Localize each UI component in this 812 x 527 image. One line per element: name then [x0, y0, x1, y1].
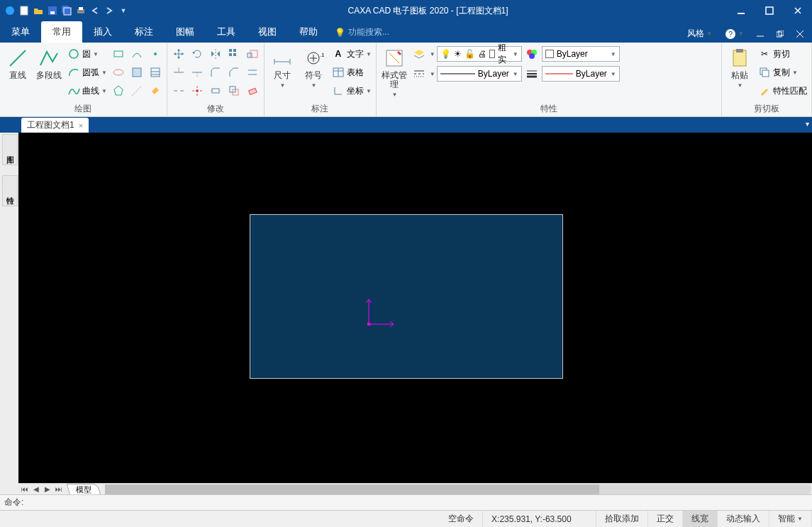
extend-icon[interactable]	[189, 64, 206, 81]
mdi-close-icon[interactable]	[792, 28, 808, 40]
ellipse-icon[interactable]	[110, 64, 127, 81]
minimize-button[interactable]	[727, 0, 755, 21]
properties-panel-button[interactable]: 特性	[2, 175, 18, 206]
tab-annotate[interactable]: 标注	[123, 21, 165, 43]
stretch-icon[interactable]	[207, 82, 224, 99]
layer-combo[interactable]: 💡 ☀ 🔓 🖨 粗实 ▼	[437, 46, 522, 62]
polyline-button[interactable]: 多段线	[34, 45, 64, 82]
svg-rect-78	[762, 70, 769, 77]
curve-button[interactable]: 曲线▼	[65, 82, 109, 99]
lineweight-manager-icon[interactable]	[523, 65, 540, 82]
command-line[interactable]: 命令:	[0, 494, 812, 510]
mirror-icon[interactable]	[207, 45, 224, 62]
copy-button[interactable]: 复制▼	[756, 64, 808, 81]
color-manager-icon[interactable]	[523, 45, 540, 62]
offset-icon[interactable]	[244, 64, 261, 81]
saveall-icon[interactable]	[61, 5, 72, 16]
close-button[interactable]	[784, 0, 812, 21]
print-icon[interactable]	[75, 5, 87, 16]
status-smart[interactable]: 智能▼	[769, 511, 812, 527]
menu-tab[interactable]: 菜单	[0, 21, 41, 43]
tab-view[interactable]: 视图	[247, 21, 288, 43]
table-button[interactable]: 表格	[330, 64, 373, 81]
polygon-icon[interactable]	[110, 82, 127, 99]
svg-rect-47	[212, 89, 219, 93]
status-lineweight[interactable]: 线宽	[683, 511, 718, 527]
symbol-button[interactable]: .1 符号▼	[299, 45, 328, 91]
mdi-restore-icon[interactable]	[772, 28, 788, 40]
first-sheet-icon[interactable]: ⏮	[20, 484, 30, 494]
document-tab[interactable]: 工程图文档1 ×	[21, 118, 89, 133]
erase-icon[interactable]	[244, 82, 261, 99]
rotate-icon[interactable]	[189, 45, 206, 62]
explode-icon[interactable]	[189, 82, 206, 99]
close-doc-icon[interactable]: ×	[79, 121, 83, 130]
ribbon-group-draw: 直线 多段线 圆▼ 圆弧▼ 曲线▼ 绘图	[0, 43, 167, 116]
construction-icon[interactable]	[128, 82, 145, 99]
status-pick-mode[interactable]: 拾取添加	[596, 511, 648, 527]
break-icon[interactable]	[170, 82, 187, 99]
style-manager-button[interactable]: 样式管理▼	[379, 45, 409, 101]
spline-icon[interactable]	[128, 45, 145, 62]
tab-help[interactable]: 帮助	[288, 21, 329, 43]
lineweight-combo[interactable]: ByLayer ▼	[542, 66, 620, 82]
svg-text:?: ?	[728, 30, 733, 38]
line-button[interactable]: 直线	[3, 45, 33, 82]
rect-icon[interactable]	[110, 45, 127, 62]
help-icon[interactable]: ?▼	[721, 26, 748, 43]
last-sheet-icon[interactable]: ⏭	[54, 484, 64, 494]
open-icon[interactable]	[33, 5, 44, 16]
hscrollbar[interactable]	[105, 484, 811, 494]
tab-sheet[interactable]: 图幅	[165, 21, 206, 43]
paste-button[interactable]: 粘贴▼	[725, 45, 755, 91]
window-controls	[727, 0, 812, 21]
array-icon[interactable]	[226, 45, 243, 62]
cut-button[interactable]: ✂剪切	[756, 45, 808, 62]
dimension-button[interactable]: 尺寸▼	[267, 45, 297, 91]
new-icon[interactable]	[18, 5, 30, 16]
hatch-icon[interactable]	[147, 64, 164, 81]
tabstrip-menu-icon[interactable]: ▾	[806, 120, 809, 128]
fill-icon[interactable]	[147, 82, 164, 99]
next-sheet-icon[interactable]: ▶	[43, 484, 52, 494]
tab-tools[interactable]: 工具	[206, 21, 247, 43]
coords-button[interactable]: 坐标▼	[330, 82, 373, 99]
sun-icon: ☀	[454, 49, 462, 59]
tab-common[interactable]: 常用	[41, 21, 82, 43]
copy-icon[interactable]	[226, 82, 243, 99]
mdi-minimize-icon[interactable]	[752, 28, 768, 40]
status-dyn-input[interactable]: 动态输入	[718, 511, 769, 527]
undo-icon[interactable]	[89, 5, 101, 16]
circle-button[interactable]: 圆▼	[65, 45, 109, 62]
maximize-button[interactable]	[755, 0, 784, 21]
trim-icon[interactable]	[170, 64, 187, 81]
workarea: 图库 特性 ⏮ ◀ ▶ ⏭ 模型	[0, 133, 812, 494]
linetype-manager-icon[interactable]	[411, 65, 428, 82]
tab-insert[interactable]: 插入	[82, 21, 123, 43]
text-button[interactable]: A文字▼	[330, 45, 373, 62]
function-search[interactable]: 💡 功能搜索...	[329, 22, 395, 43]
prev-sheet-icon[interactable]: ◀	[31, 484, 41, 494]
save-icon[interactable]	[47, 5, 58, 16]
block-icon[interactable]	[128, 64, 145, 81]
status-ortho[interactable]: 正交	[648, 511, 683, 527]
match-props-button[interactable]: 特性匹配	[756, 82, 808, 99]
fillet-icon[interactable]	[207, 64, 224, 81]
move-icon[interactable]	[170, 45, 187, 62]
color-combo[interactable]: ByLayer ▼	[542, 46, 620, 62]
library-panel-button[interactable]: 图库	[2, 134, 18, 165]
scale-icon[interactable]	[244, 45, 261, 62]
svg-rect-30	[229, 49, 232, 52]
redo-icon[interactable]	[104, 5, 115, 16]
model-tab[interactable]: 模型	[67, 484, 101, 495]
lock-icon: 🔓	[465, 49, 475, 59]
linetype-combo[interactable]: ByLayer ▼	[437, 66, 522, 82]
style-dropdown[interactable]: 风格▼	[683, 25, 716, 43]
drawing-canvas[interactable]	[18, 133, 812, 483]
arc-button[interactable]: 圆弧▼	[65, 64, 109, 81]
chamfer-icon[interactable]	[226, 64, 243, 81]
qat-dropdown-icon[interactable]: ▼	[118, 5, 129, 16]
draw-small-tools	[110, 45, 164, 99]
layer-manager-icon[interactable]	[411, 45, 428, 62]
point-icon[interactable]	[147, 45, 164, 62]
